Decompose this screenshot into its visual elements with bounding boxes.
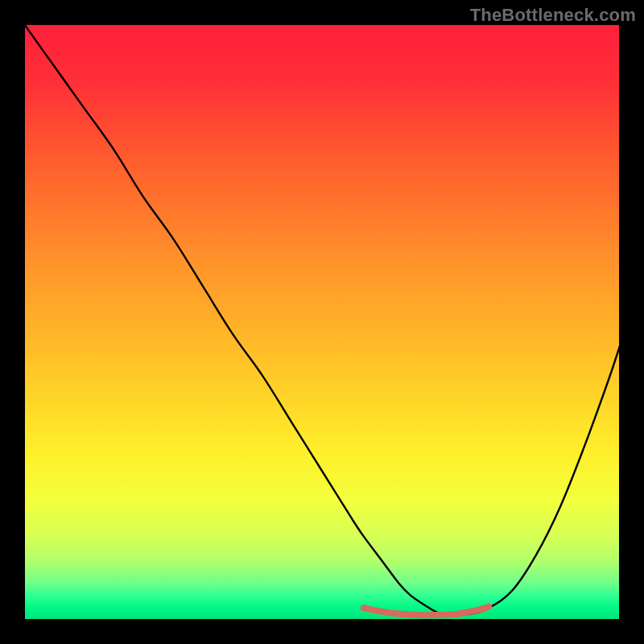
optimal-range-marker bbox=[24, 24, 620, 620]
watermark-text: TheBottleneck.com bbox=[470, 5, 636, 26]
plot-area bbox=[24, 24, 620, 620]
